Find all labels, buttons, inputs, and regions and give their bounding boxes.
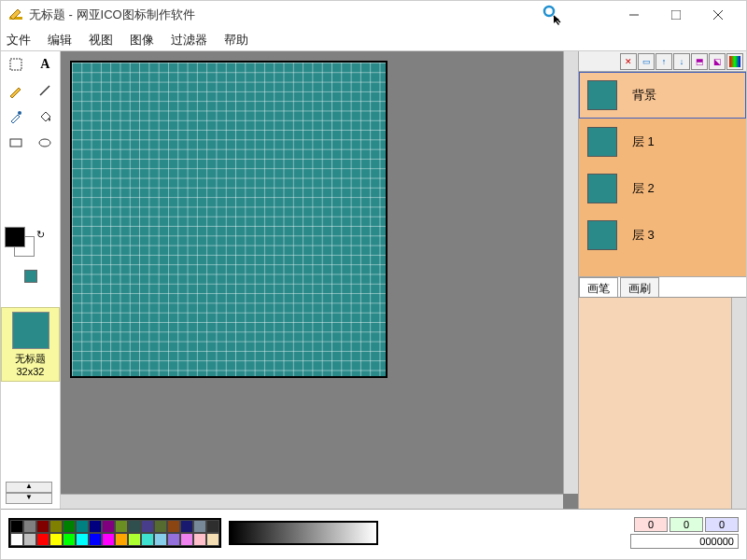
palette-cell[interactable]	[102, 520, 115, 533]
palette-cell[interactable]	[76, 533, 89, 546]
layer-duplicate-icon[interactable]: ⬕	[709, 53, 726, 70]
layer-down-icon[interactable]: ↓	[673, 53, 690, 70]
canvas[interactable]	[70, 61, 388, 378]
brush-scrollbar[interactable]	[731, 298, 746, 509]
rect-tool[interactable]	[1, 130, 31, 156]
menu-help[interactable]: 帮助	[224, 32, 248, 49]
palette-cell[interactable]	[154, 533, 167, 546]
ellipse-tool[interactable]	[31, 130, 61, 156]
layer-merge-icon[interactable]: ⬒	[691, 53, 708, 70]
fill-tool[interactable]	[31, 104, 61, 130]
palette-cell[interactable]	[115, 533, 128, 546]
palette-cell[interactable]	[36, 520, 49, 533]
window-title: 无标题 - 网亚ICO图标制作软件	[29, 7, 613, 23]
line-tool[interactable]	[31, 77, 61, 104]
palette-cell[interactable]	[193, 533, 206, 546]
mini-color-preview	[24, 270, 37, 283]
palette-cell[interactable]	[180, 533, 193, 546]
foreground-color-swatch[interactable]	[5, 227, 25, 247]
palette-cell[interactable]	[128, 533, 141, 546]
menu-filter[interactable]: 过滤器	[171, 32, 207, 49]
layers-list: 背景层 1层 2层 3	[579, 72, 746, 277]
rgb-readout: 0 0 0 000000	[630, 517, 739, 549]
layer-row[interactable]: 层 1	[579, 119, 746, 165]
layer-delete-icon[interactable]: ✕	[620, 53, 637, 70]
palette-cell[interactable]	[141, 520, 154, 533]
layer-props-icon[interactable]	[726, 53, 743, 70]
menu-file[interactable]: 文件	[7, 32, 31, 49]
text-tool[interactable]: A	[31, 51, 61, 77]
palette-cell[interactable]	[141, 533, 154, 546]
rgb-b-value: 0	[705, 517, 739, 532]
nav-down-button[interactable]: ▼	[6, 493, 52, 504]
gradient-bar[interactable]	[229, 521, 378, 545]
canvas-scrollbar-horizontal[interactable]	[61, 494, 563, 509]
rgb-r-value: 0	[634, 517, 668, 532]
window-buttons	[613, 2, 739, 28]
palette-cell[interactable]	[115, 520, 128, 533]
palette-cell[interactable]	[102, 533, 115, 546]
palette-cell[interactable]	[206, 520, 219, 533]
right-panel: ✕ ▭ ↑ ↓ ⬒ ⬕ 背景层 1层 2层 3 画笔 画刷	[578, 51, 746, 509]
canvas-scrollbar-vertical[interactable]	[563, 51, 578, 494]
tab-brush[interactable]: 画刷	[620, 277, 659, 297]
palette-cell[interactable]	[36, 533, 49, 546]
palette-cell[interactable]	[10, 520, 23, 533]
titlebar: 无标题 - 网亚ICO图标制作软件	[1, 1, 746, 29]
close-button[interactable]	[697, 2, 739, 28]
svg-point-10	[39, 139, 50, 147]
palette-cell[interactable]	[89, 533, 102, 546]
eyedropper-tool[interactable]	[1, 104, 31, 130]
swap-colors-icon[interactable]: ↻	[36, 229, 45, 241]
bottombar: 0 0 0 000000	[1, 509, 746, 555]
layer-row[interactable]: 背景	[579, 72, 746, 119]
palette-cell[interactable]	[89, 520, 102, 533]
palette-cell[interactable]	[63, 520, 76, 533]
menubar: 文件 编辑 视图 图像 过滤器 帮助	[1, 29, 746, 51]
thumbnail-panel[interactable]: 无标题 32x32	[1, 307, 60, 382]
layer-name: 背景	[632, 87, 656, 104]
palette-cell[interactable]	[193, 520, 206, 533]
canvas-area	[61, 51, 578, 509]
layer-new-icon[interactable]: ▭	[638, 53, 655, 70]
layer-thumb	[587, 220, 617, 250]
toolbox: A ↻ 无标题 32x32	[1, 51, 61, 509]
color-palette	[8, 518, 221, 548]
palette-cell[interactable]	[49, 520, 63, 533]
layer-row[interactable]: 层 3	[579, 212, 746, 259]
app-icon	[8, 7, 23, 22]
svg-point-8	[18, 111, 21, 115]
palette-cell[interactable]	[49, 533, 63, 546]
hex-value: 000000	[630, 534, 739, 549]
minimize-button[interactable]	[613, 2, 655, 28]
thumbnail-preview	[12, 312, 49, 349]
brush-tabs: 画笔 画刷	[579, 277, 746, 298]
menu-view[interactable]: 视图	[89, 32, 113, 49]
palette-cell[interactable]	[167, 533, 180, 546]
palette-cell[interactable]	[63, 533, 76, 546]
palette-cell[interactable]	[10, 533, 23, 546]
palette-cell[interactable]	[167, 520, 180, 533]
nav-up-button[interactable]: ▲	[6, 482, 52, 493]
palette-cell[interactable]	[206, 533, 219, 546]
palette-cell[interactable]	[128, 520, 141, 533]
layer-row[interactable]: 层 2	[579, 165, 746, 212]
svg-rect-3	[671, 10, 681, 20]
thumbnail-size: 32x32	[6, 366, 55, 377]
tab-pen[interactable]: 画笔	[579, 277, 618, 297]
palette-cell[interactable]	[23, 533, 36, 546]
layer-name: 层 3	[632, 227, 655, 244]
palette-cell[interactable]	[23, 520, 36, 533]
layer-up-icon[interactable]: ↑	[655, 53, 672, 70]
maximize-button[interactable]	[655, 2, 697, 28]
select-tool[interactable]	[1, 51, 31, 77]
menu-image[interactable]: 图像	[130, 32, 154, 49]
palette-cell[interactable]	[154, 520, 167, 533]
layer-thumb	[587, 174, 617, 203]
thumbnail-name: 无标题	[6, 352, 55, 366]
palette-cell[interactable]	[76, 520, 89, 533]
color-swatches[interactable]: ↻	[5, 227, 56, 260]
pencil-tool[interactable]	[1, 77, 31, 104]
palette-cell[interactable]	[180, 520, 193, 533]
menu-edit[interactable]: 编辑	[48, 32, 72, 49]
